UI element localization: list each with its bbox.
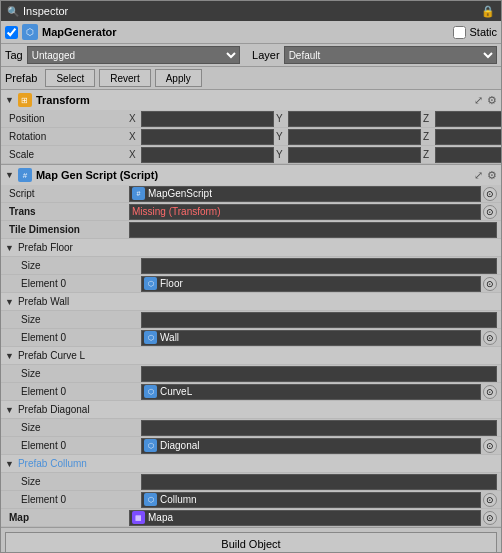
scale-label: Scale: [9, 149, 129, 160]
wall-elem-row: Element 0 ⬡ Wall ⊙: [1, 329, 501, 347]
script-circle-btn[interactable]: ⊙: [483, 187, 497, 201]
tag-select[interactable]: Untagged: [27, 46, 240, 64]
diagonal-elem-icon: ⬡: [144, 439, 157, 452]
script-row: Script # MapGenScript ⊙: [1, 185, 501, 203]
curve-elem-value: CurveL: [160, 386, 192, 397]
rot-x-label: X: [129, 131, 139, 142]
script-field[interactable]: # MapGenScript: [129, 186, 481, 202]
floor-size-input[interactable]: 1: [141, 258, 497, 274]
diagonal-elem-circle-btn[interactable]: ⊙: [483, 439, 497, 453]
scl-x-input[interactable]: 1: [141, 147, 274, 163]
mapgen-section: ▼ # Map Gen Script (Script) ⤢ ⚙ Script #…: [1, 165, 501, 528]
map-circle-btn[interactable]: ⊙: [483, 511, 497, 525]
floor-elem-label: Element 0: [21, 278, 141, 289]
transform-settings: ⤢ ⚙: [474, 94, 497, 107]
trans-circle-btn[interactable]: ⊙: [483, 205, 497, 219]
rotation-label: Rotation: [9, 131, 129, 142]
floor-elem-circle-btn[interactable]: ⊙: [483, 277, 497, 291]
rotation-xyz: X0 Y0 Z0: [129, 129, 501, 145]
curve-elem-field[interactable]: ⬡ CurveL: [141, 384, 481, 400]
transform-header[interactable]: ▼ ⊞ Transform ⤢ ⚙: [1, 90, 501, 110]
pos-x-input[interactable]: 0: [141, 111, 274, 127]
rot-y-input[interactable]: 0: [288, 129, 421, 145]
position-row: Position X0 Y0 Z0: [1, 110, 501, 128]
mapgen-label: Map Gen Script (Script): [36, 169, 158, 181]
mapgen-expand-icon[interactable]: ⤢: [474, 169, 483, 182]
wall-size-label: Size: [21, 314, 141, 325]
pos-x-label: X: [129, 113, 139, 124]
rot-z-input[interactable]: 0: [435, 129, 501, 145]
floor-elem-field[interactable]: ⬡ Floor: [141, 276, 481, 292]
wall-elem-value: Wall: [160, 332, 179, 343]
pos-z-input[interactable]: 0: [435, 111, 501, 127]
expand-icon[interactable]: ⤢: [474, 94, 483, 107]
wall-size-row: Size 1: [1, 311, 501, 329]
curve-elem-circle-btn[interactable]: ⊙: [483, 385, 497, 399]
select-button[interactable]: Select: [45, 69, 95, 87]
prefab-wall-label: Prefab Wall: [18, 296, 69, 307]
script-field-group: # MapGenScript ⊙: [129, 186, 497, 202]
floor-elem-value: Floor: [160, 278, 183, 289]
trans-field[interactable]: Missing (Transform): [129, 204, 481, 220]
map-field[interactable]: ▦ Mapa: [129, 510, 481, 526]
build-object-button[interactable]: Build Object: [5, 532, 497, 552]
diagonal-elem-field[interactable]: ⬡ Diagonal: [141, 438, 481, 454]
diagonal-size-row: Size 1: [1, 419, 501, 437]
tile-dim-row: Tile Dimension 4: [1, 221, 501, 239]
wall-elem-field[interactable]: ⬡ Wall: [141, 330, 481, 346]
rot-y-label: Y: [276, 131, 286, 142]
diagonal-size-input[interactable]: 1: [141, 420, 497, 436]
tag-layer-row: Tag Untagged Layer Default: [1, 44, 501, 67]
transform-icon: ⊞: [18, 93, 32, 107]
mapgen-header[interactable]: ▼ # Map Gen Script (Script) ⤢ ⚙: [1, 165, 501, 185]
mapgen-settings: ⤢ ⚙: [474, 169, 497, 182]
mapgen-triangle: ▼: [5, 170, 14, 180]
prefab-floor-header[interactable]: ▼ Prefab Floor: [1, 239, 501, 257]
diagonal-elem-group: ⬡ Diagonal ⊙: [141, 438, 497, 454]
prefab-curve-header[interactable]: ▼ Prefab Curve L: [1, 347, 501, 365]
prefab-diagonal-triangle: ▼: [5, 405, 14, 415]
wall-elem-label: Element 0: [21, 332, 141, 343]
scale-xyz: X1 Y1 Z1: [129, 147, 501, 163]
curve-elem-label: Element 0: [21, 386, 141, 397]
prefab-floor-label: Prefab Floor: [18, 242, 73, 253]
collumn-elem-field[interactable]: ⬡ Collumn: [141, 492, 481, 508]
lock-icon[interactable]: 🔒: [481, 5, 495, 18]
wall-size-input[interactable]: 1: [141, 312, 497, 328]
curve-size-input[interactable]: 1: [141, 366, 497, 382]
floor-elem-row: Element 0 ⬡ Floor ⊙: [1, 275, 501, 293]
collumn-elem-row: Element 0 ⬡ Collumn ⊙: [1, 491, 501, 509]
prefab-collumn-header[interactable]: ▼ Prefab Collumn: [1, 455, 501, 473]
scl-y-input[interactable]: 1: [288, 147, 421, 163]
pos-y-input[interactable]: 0: [288, 111, 421, 127]
collumn-size-input[interactable]: 1: [141, 474, 497, 490]
pos-y-label: Y: [276, 113, 286, 124]
apply-button[interactable]: Apply: [155, 69, 202, 87]
collumn-elem-value: Collumn: [160, 494, 197, 505]
prefab-diagonal-header[interactable]: ▼ Prefab Diagonal: [1, 401, 501, 419]
prefab-floor-triangle: ▼: [5, 243, 14, 253]
floor-size-row: Size 1: [1, 257, 501, 275]
scl-z-input[interactable]: 1: [435, 147, 501, 163]
scale-row: Scale X1 Y1 Z1: [1, 146, 501, 164]
mapgen-settings-icon[interactable]: ⚙: [487, 169, 497, 182]
script-value: MapGenScript: [148, 188, 212, 199]
prefab-curve-label: Prefab Curve L: [18, 350, 85, 361]
static-checkbox[interactable]: [453, 26, 466, 39]
transform-label: Transform: [36, 94, 90, 106]
prefab-diagonal-label: Prefab Diagonal: [18, 404, 90, 415]
transform-section: ▼ ⊞ Transform ⤢ ⚙ Position X0 Y0 Z0 Rota: [1, 90, 501, 165]
tile-dim-input[interactable]: 4: [129, 222, 497, 238]
collumn-elem-circle-btn[interactable]: ⊙: [483, 493, 497, 507]
title-bar: 🔍 Inspector 🔒: [1, 1, 501, 21]
revert-button[interactable]: Revert: [99, 69, 150, 87]
active-checkbox[interactable]: [5, 26, 18, 39]
rot-x-input[interactable]: 0: [141, 129, 274, 145]
prefab-curve-triangle: ▼: [5, 351, 14, 361]
wall-elem-circle-btn[interactable]: ⊙: [483, 331, 497, 345]
layer-select[interactable]: Default: [284, 46, 497, 64]
scl-x-label: X: [129, 149, 139, 160]
collumn-elem-group: ⬡ Collumn ⊙: [141, 492, 497, 508]
settings-icon[interactable]: ⚙: [487, 94, 497, 107]
prefab-wall-header[interactable]: ▼ Prefab Wall: [1, 293, 501, 311]
